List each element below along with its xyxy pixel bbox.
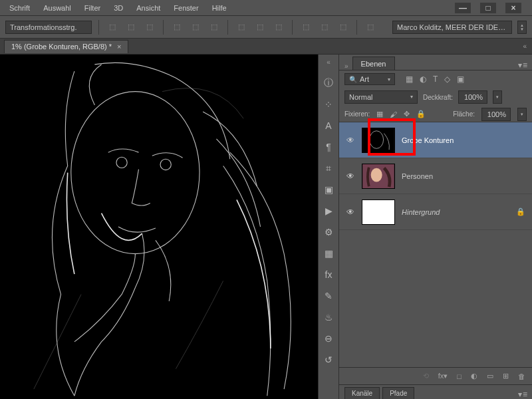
menu-filter[interactable]: Filter [78, 0, 107, 15]
layer-row[interactable]: 👁 Grobe Konturen [339, 122, 532, 158]
layer-fx-icon[interactable]: fx▾ [438, 372, 448, 380]
link-layers-icon[interactable]: ⟲ [423, 372, 429, 380]
clone-icon[interactable]: ♨ [322, 311, 335, 324]
menu-fenster[interactable]: Fenster [167, 0, 205, 15]
workspace-dropdown[interactable]: Marco Kolditz, MEER DER IDEEN® [392, 21, 512, 34]
align-vcenter-icon[interactable]: ⬚ [124, 21, 138, 34]
filter-smart-icon[interactable]: ▣ [457, 74, 464, 84]
menu-schrift[interactable]: Schrift [3, 0, 37, 15]
filter-type-icon[interactable]: T [433, 74, 438, 84]
panel-menu-icon[interactable]: ▾≡ [518, 61, 528, 70]
delete-layer-icon[interactable]: 🗑 [518, 372, 525, 380]
lock-paint-icon[interactable]: 🖌 [390, 110, 397, 118]
collapse-dock-icon[interactable]: « [327, 59, 331, 66]
document-tab[interactable]: 1% (Grobe Konturen, RGB/8) * × [4, 40, 128, 53]
fill-input[interactable]: 100% [481, 108, 511, 121]
info-icon[interactable]: ⓘ [322, 76, 335, 90]
align-top-icon[interactable]: ⬚ [106, 21, 119, 34]
layer-mask-icon[interactable]: □ [457, 372, 462, 380]
character-icon[interactable]: A [322, 119, 335, 132]
distribute-6-icon[interactable]: ⬚ [336, 21, 350, 34]
panel-tab-strip: » Ebenen ▾≡ [339, 55, 532, 70]
opacity-stepper[interactable]: ▾ [493, 90, 502, 104]
panel-menu-icon[interactable]: ▾≡ [518, 390, 528, 399]
distribute-2-icon[interactable]: ⬚ [253, 21, 267, 34]
chevron-down-icon: ▾ [410, 91, 413, 103]
swatches-icon[interactable]: ⌗ [322, 162, 335, 175]
navigator-icon[interactable]: ▣ [322, 183, 335, 196]
layer-name[interactable]: Personen [402, 172, 433, 180]
visibility-icon[interactable]: 👁 [346, 136, 355, 145]
separator [227, 20, 228, 35]
tab-kanaele[interactable]: Kanäle [344, 387, 380, 399]
new-layer-icon[interactable]: ⊞ [503, 372, 509, 380]
lock-icon: 🔒 [516, 207, 525, 216]
minimize-button[interactable]: — [455, 3, 471, 13]
align-hcenter-icon[interactable]: ⬚ [189, 21, 202, 34]
opacity-label: Deckkraft: [423, 94, 453, 101]
align-bottom-icon[interactable]: ⬚ [143, 21, 156, 34]
adjustment-layer-icon[interactable]: ◐ [471, 372, 477, 380]
menu-auswahl[interactable]: Auswahl [37, 0, 78, 15]
layer-thumbnail[interactable] [362, 164, 395, 189]
layer-group-icon[interactable]: ▭ [487, 372, 493, 380]
filter-adjust-icon[interactable]: ◐ [420, 74, 426, 84]
fx-icon[interactable]: fx [322, 268, 335, 281]
tab-ebenen[interactable]: Ebenen [352, 57, 395, 70]
filter-shape-icon[interactable]: ◇ [444, 74, 450, 84]
opacity-input[interactable]: 100% [458, 90, 487, 104]
menu-hilfe[interactable]: Hilfe [205, 0, 233, 15]
align-right-icon[interactable]: ⬚ [207, 21, 221, 34]
lock-all-icon[interactable]: 🔒 [416, 110, 426, 118]
layer-thumbnail[interactable] [362, 200, 395, 225]
more-icon[interactable]: ⬚ [364, 21, 377, 34]
collapse-panel-icon[interactable]: « [523, 43, 527, 50]
collapse-right-icon[interactable]: » [344, 63, 348, 70]
document-canvas[interactable] [0, 55, 318, 399]
close-tab-icon[interactable]: × [117, 43, 121, 51]
transform-controls-label[interactable]: Transformationsstrg. [5, 21, 92, 34]
options-bar: Transformationsstrg. ⬚ ⬚ ⬚ ⬚ ⬚ ⬚ ⬚ ⬚ ⬚ ⬚… [0, 16, 532, 39]
visibility-icon[interactable]: 👁 [346, 207, 355, 217]
paragraph-icon[interactable]: ¶ [322, 140, 335, 154]
search-icon: 🔍 [349, 76, 357, 83]
blend-mode-value: Normal [349, 91, 372, 103]
lock-fill-row: Fixieren: ▦ 🖌 ✥ 🔒 Fläche: 100% ▾ [339, 106, 532, 122]
layer-name[interactable]: Hintergrund [402, 208, 440, 216]
actions-icon[interactable]: ▶ [322, 204, 335, 217]
maximize-button[interactable]: □ [480, 3, 496, 13]
lock-transparency-icon[interactable]: ▦ [376, 110, 383, 118]
layer-row[interactable]: 👁 Personen [339, 158, 532, 194]
fill-stepper[interactable]: ▾ [517, 108, 527, 121]
distribute-3-icon[interactable]: ⬚ [272, 21, 285, 34]
styles-icon[interactable]: ▦ [322, 247, 335, 260]
lock-position-icon[interactable]: ✥ [404, 110, 410, 118]
layer-name[interactable]: Grobe Konturen [402, 136, 454, 144]
layer-thumbnail[interactable] [362, 128, 395, 153]
brush-icon[interactable]: ✎ [322, 289, 335, 303]
distribute-5-icon[interactable]: ⬚ [318, 21, 331, 34]
refresh-icon[interactable]: ↺ [322, 353, 335, 366]
svg-point-7 [371, 168, 382, 182]
distribute-1-icon[interactable]: ⬚ [235, 21, 248, 34]
separator [292, 20, 293, 35]
distribute-4-icon[interactable]: ⬚ [299, 21, 313, 34]
color-icon[interactable]: ⁘ [322, 98, 335, 111]
layer-list: 👁 Grobe Konturen 👁 Personen 👁 Hintergrun… [339, 122, 532, 367]
layer-filter-select[interactable]: 🔍 Art ▾ [344, 73, 395, 85]
blend-opacity-row: Normal ▾ Deckkraft: 100% ▾ [339, 88, 532, 106]
tab-pfade[interactable]: Pfade [382, 387, 414, 399]
chevron-down-icon: ▾ [388, 76, 390, 82]
visibility-icon[interactable]: 👁 [346, 172, 355, 181]
layer-row[interactable]: 👁 Hintergrund 🔒 [339, 194, 532, 230]
history-icon[interactable]: ⊖ [322, 332, 335, 345]
filter-pixel-icon[interactable]: ▦ [406, 74, 413, 84]
workspace-stepper[interactable]: ▲▼ [517, 21, 527, 34]
align-left-icon[interactable]: ⬚ [170, 21, 184, 34]
blend-mode-select[interactable]: Normal ▾ [344, 90, 418, 104]
close-button[interactable]: × [505, 3, 521, 13]
menu-ansicht[interactable]: Ansicht [130, 0, 167, 15]
window-controls: — □ × [455, 3, 529, 13]
color-wheel-icon[interactable]: ⚙ [322, 225, 335, 239]
menu-3d[interactable]: 3D [107, 0, 130, 15]
